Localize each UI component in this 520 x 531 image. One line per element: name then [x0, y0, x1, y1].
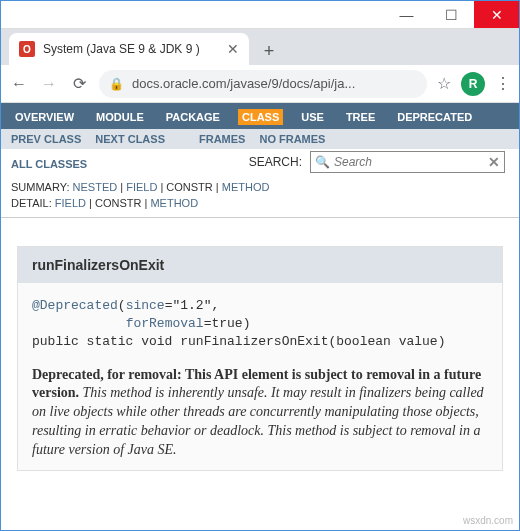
nav-next-class[interactable]: NEXT CLASS	[95, 133, 165, 145]
url-bar[interactable]: 🔒 docs.oracle.com/javase/9/docs/api/ja..…	[99, 70, 427, 98]
search-box[interactable]: 🔍 ✕	[310, 151, 505, 173]
nav-use[interactable]: USE	[297, 109, 328, 125]
detail-method[interactable]: METHOD	[150, 197, 198, 209]
reload-button[interactable]: ⟳	[69, 74, 89, 93]
javadoc-top-nav: OVERVIEW MODULE PACKAGE CLASS USE TREE D…	[1, 103, 519, 129]
nav-package[interactable]: PACKAGE	[162, 109, 224, 125]
method-name-heading: runFinalizersOnExit	[18, 247, 502, 283]
nav-frames[interactable]: FRAMES	[199, 133, 245, 145]
annotation-deprecated-link[interactable]: @Deprecated	[32, 298, 118, 313]
new-tab-button[interactable]: +	[255, 37, 283, 65]
tab-close-icon[interactable]: ✕	[227, 41, 239, 57]
summary-method[interactable]: METHOD	[222, 181, 270, 193]
annotation-forremoval-link[interactable]: forRemoval	[126, 316, 204, 331]
nav-module[interactable]: MODULE	[92, 109, 148, 125]
search-label: SEARCH:	[249, 155, 302, 169]
page-content: OVERVIEW MODULE PACKAGE CLASS USE TREE D…	[1, 103, 519, 530]
summary-nested[interactable]: NESTED	[73, 181, 118, 193]
bookmark-star-icon[interactable]: ☆	[437, 74, 451, 93]
maximize-button[interactable]: ☐	[429, 1, 474, 28]
search-row: SEARCH: 🔍 ✕	[239, 149, 519, 179]
deprecation-note: Deprecated, for removal: This API elemen…	[18, 356, 502, 470]
annotation-since-link[interactable]: since	[126, 298, 165, 313]
search-input[interactable]	[334, 155, 488, 169]
summary-row: SUMMARY: NESTED | FIELD | CONSTR | METHO…	[1, 179, 519, 195]
all-classes-link[interactable]: ALL CLASSES	[11, 158, 87, 170]
javadoc-sub-nav: PREV CLASS NEXT CLASS FRAMES NO FRAMES	[1, 129, 519, 149]
watermark: wsxdn.com	[463, 515, 513, 526]
url-text: docs.oracle.com/javase/9/docs/api/ja...	[132, 76, 417, 91]
detail-constr: CONSTR	[95, 197, 141, 209]
nav-no-frames[interactable]: NO FRAMES	[259, 133, 325, 145]
nav-class[interactable]: CLASS	[238, 109, 283, 125]
deprecation-description: This method is inherently unsafe. It may…	[32, 385, 484, 457]
detail-label: DETAIL:	[11, 197, 52, 209]
minimize-button[interactable]: —	[384, 1, 429, 28]
nav-deprecated[interactable]: DEPRECATED	[393, 109, 476, 125]
window-close-button[interactable]: ✕	[474, 1, 519, 28]
oracle-favicon-icon: O	[19, 41, 35, 57]
address-bar: ← → ⟳ 🔒 docs.oracle.com/javase/9/docs/ap…	[1, 65, 519, 103]
nav-prev-class[interactable]: PREV CLASS	[11, 133, 81, 145]
profile-avatar[interactable]: R	[461, 72, 485, 96]
method-declaration: public static void runFinalizersOnExit(b…	[32, 334, 445, 349]
browser-tab[interactable]: O System (Java SE 9 & JDK 9 ) ✕	[9, 33, 249, 65]
search-clear-icon[interactable]: ✕	[488, 154, 500, 170]
lock-icon: 🔒	[109, 77, 124, 91]
method-signature: @Deprecated(since="1.2", forRemoval=true…	[18, 283, 502, 356]
detail-row: DETAIL: FIELD | CONSTR | METHOD	[1, 195, 519, 218]
tab-title: System (Java SE 9 & JDK 9 )	[43, 42, 219, 56]
browser-menu-icon[interactable]: ⋮	[495, 74, 511, 93]
summary-constr: CONSTR	[166, 181, 212, 193]
window-titlebar: — ☐ ✕	[1, 1, 519, 29]
back-button[interactable]: ←	[9, 75, 29, 93]
method-block: runFinalizersOnExit @Deprecated(since="1…	[17, 246, 503, 471]
nav-overview[interactable]: OVERVIEW	[11, 109, 78, 125]
browser-window: — ☐ ✕ O System (Java SE 9 & JDK 9 ) ✕ + …	[0, 0, 520, 531]
nav-tree[interactable]: TREE	[342, 109, 379, 125]
detail-field[interactable]: FIELD	[55, 197, 86, 209]
summary-label: SUMMARY:	[11, 181, 69, 193]
summary-field[interactable]: FIELD	[126, 181, 157, 193]
frames-group: FRAMES NO FRAMES	[199, 133, 325, 145]
tab-strip: O System (Java SE 9 & JDK 9 ) ✕ +	[1, 29, 519, 65]
search-icon: 🔍	[315, 155, 330, 169]
forward-button: →	[39, 75, 59, 93]
nav-all-classes[interactable]: ALL CLASSES	[1, 152, 239, 176]
